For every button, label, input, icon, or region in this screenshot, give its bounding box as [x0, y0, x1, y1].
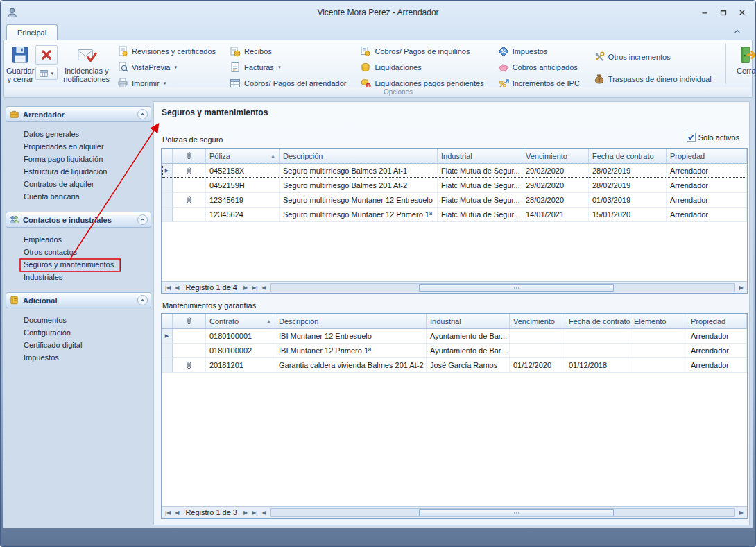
- sidebar-item-industriales[interactable]: Industriales: [6, 271, 151, 283]
- revisiones-y-certificados-button[interactable]: Revisiones y certificados: [115, 45, 218, 58]
- sidebar-item-certificado-digital[interactable]: Certificado digital: [6, 339, 151, 351]
- sidebar-item-seguros-y-mantenimientos[interactable]: Seguros y mantenimientos: [6, 258, 151, 271]
- grid-row[interactable]: 12345624Seguro multirriesgo Muntaner 12 …: [162, 208, 747, 222]
- nav-group-header-adicional[interactable]: Adicional: [6, 292, 151, 308]
- sidebar-item-contratos-de-alquiler[interactable]: Contratos de alquiler: [6, 178, 151, 190]
- liquidaciones-button[interactable]: Liquidaciones: [358, 61, 486, 74]
- cell-fecha-de-contrato[interactable]: 28/02/2019: [589, 164, 667, 178]
- scroll-right-button[interactable]: ▶: [737, 283, 746, 293]
- cell-propiedad[interactable]: Arrendador: [687, 329, 747, 343]
- first-record-button[interactable]: |◀: [163, 507, 173, 518]
- cell-propiedad[interactable]: Arrendador: [687, 344, 747, 357]
- attachment-column-header[interactable]: [173, 149, 206, 163]
- next-record-button[interactable]: ▶: [241, 283, 250, 293]
- guardar-y-cerrar-button[interactable]: Guardar y cerrar: [6, 42, 34, 87]
- column-header-poliza[interactable]: Póliza▲: [206, 149, 280, 163]
- impuestos-button[interactable]: Impuestos: [496, 45, 582, 58]
- sidebar-item-cuenta-bancaria[interactable]: Cuenta bancaria: [6, 190, 151, 203]
- scrollbar-thumb[interactable]: [419, 284, 614, 292]
- column-header-descripcion[interactable]: Descripción: [275, 314, 427, 328]
- grid-row[interactable]: ▶0180100001IBI Muntaner 12 EntresueloAyu…: [162, 329, 747, 344]
- cell-poliza[interactable]: 0452159H: [206, 178, 280, 192]
- cell-contrato[interactable]: 0180100002: [206, 344, 275, 357]
- traspasos-de-dinero-individual-button[interactable]: Traspasos de dinero individual: [592, 73, 714, 85]
- cell-propiedad[interactable]: Arrendador: [667, 178, 747, 192]
- cell-vencimiento[interactable]: 29/02/2020: [522, 164, 589, 178]
- otros-incrementos-button[interactable]: Otros incrementos: [592, 51, 714, 63]
- cell-elemento[interactable]: [630, 344, 687, 357]
- nav-group-header-arrendador[interactable]: Arrendador: [6, 106, 151, 122]
- incidencias-y-notificaciones-button[interactable]: Incidencias y notificaciones: [63, 42, 110, 87]
- ribbon-collapse-button[interactable]: [732, 26, 743, 36]
- cell-fecha-de-contrato[interactable]: 01/03/2019: [589, 193, 667, 207]
- delete-button[interactable]: [35, 45, 58, 65]
- cell-fecha-de-contrato[interactable]: [565, 329, 630, 343]
- cell-elemento[interactable]: [630, 329, 687, 343]
- cell-descripcion[interactable]: Seguro multirriesgo Muntaner 12 Primero …: [280, 208, 438, 221]
- sidebar-item-empleados[interactable]: Empleados: [6, 233, 151, 246]
- tab-principal[interactable]: Principal: [6, 24, 58, 40]
- last-record-button[interactable]: ▶|: [250, 283, 259, 293]
- previous-record-button[interactable]: ◀: [173, 283, 181, 293]
- column-header-vencimiento[interactable]: Vencimiento: [510, 314, 565, 328]
- column-header-propiedad[interactable]: Propiedad: [687, 314, 747, 328]
- grid-row[interactable]: ▶0452158XSeguro multirriesgo Balmes 201 …: [162, 164, 747, 178]
- cobros-anticipados-button[interactable]: Cobros anticipados: [496, 61, 582, 74]
- cell-industrial[interactable]: Fiatc Mutua de Segur...: [438, 193, 522, 207]
- nav-group-header-contactos-e-industriales[interactable]: Contactos e industriales: [6, 212, 151, 228]
- cell-vencimiento[interactable]: [510, 344, 565, 357]
- solo-activos-checkbox[interactable]: Solo activos: [687, 133, 739, 142]
- sidebar-item-impuestos[interactable]: Impuestos: [6, 351, 151, 364]
- cell-fecha-de-contrato[interactable]: 15/01/2020: [589, 208, 667, 221]
- cell-vencimiento[interactable]: 28/02/2020: [522, 193, 589, 207]
- vistaprevia-button[interactable]: VistaPrevia▼: [115, 61, 218, 74]
- cell-industrial[interactable]: Fiatc Mutua de Segur...: [438, 208, 522, 221]
- cell-propiedad[interactable]: Arrendador: [667, 208, 747, 221]
- sidebar-item-propiedades-en-alquiler[interactable]: Propiedades en alquiler: [6, 140, 151, 153]
- first-record-button[interactable]: |◀: [163, 283, 173, 293]
- sidebar-item-otros-contactos[interactable]: Otros contactos: [6, 246, 151, 258]
- cobros-pagos-de-inquilinos-button[interactable]: Cobros/ Pagos de inquilinos: [358, 45, 486, 58]
- cell-descripcion[interactable]: Seguro multirriesgo Balmes 201 At-1: [280, 164, 438, 178]
- scroll-right-button[interactable]: ▶: [737, 507, 746, 518]
- restore-button[interactable]: [716, 7, 731, 18]
- grid-row[interactable]: 0180100002IBI Muntaner 12 Primero 1ªAyun…: [162, 344, 747, 358]
- cell-descripcion[interactable]: Seguro multirriesgo Muntaner 12 Entresue…: [280, 193, 438, 207]
- column-header-industrial[interactable]: Industrial: [438, 149, 522, 163]
- close-window-button[interactable]: [734, 7, 750, 18]
- minimize-button[interactable]: [697, 7, 712, 18]
- cell-contrato[interactable]: 0180100001: [206, 329, 275, 343]
- recibos-button[interactable]: Recibos: [227, 45, 348, 58]
- column-header-contrato[interactable]: Contrato▲: [206, 314, 275, 328]
- sidebar-item-configuracion[interactable]: Configuración: [6, 326, 151, 339]
- cell-fecha-de-contrato[interactable]: [565, 344, 630, 357]
- cell-descripcion[interactable]: Seguro multirriesgo Balmes 201 At-2: [280, 178, 438, 192]
- column-header-elemento[interactable]: Elemento: [630, 314, 687, 328]
- cell-poliza[interactable]: 12345624: [206, 208, 280, 221]
- cell-propiedad[interactable]: Arrendador: [667, 164, 747, 178]
- cell-vencimiento[interactable]: [510, 329, 565, 343]
- cell-fecha-de-contrato[interactable]: 28/02/2019: [589, 178, 667, 192]
- horizontal-scrollbar[interactable]: [270, 283, 735, 292]
- column-header-fecha-de-contrato[interactable]: Fecha de contrato: [589, 149, 667, 163]
- cell-descripcion[interactable]: IBI Muntaner 12 Entresuelo: [275, 329, 427, 343]
- cell-industrial[interactable]: Ayuntamiento de Bar...: [427, 344, 510, 357]
- scrollbar-thumb[interactable]: [419, 509, 614, 516]
- cell-elemento[interactable]: [630, 358, 687, 372]
- column-header-descripcion[interactable]: Descripción: [280, 149, 438, 163]
- grid-row[interactable]: 20181201Garantia caldera vivienda Balmes…: [162, 358, 747, 373]
- column-header-fecha-de-contrato[interactable]: Fecha de contrato: [565, 314, 630, 328]
- scroll-left-button[interactable]: ◀: [259, 283, 268, 293]
- titlebar[interactable]: Vicente Mora Perez - Arrendador: [3, 3, 753, 22]
- sidebar-item-datos-generales[interactable]: Datos generales: [6, 128, 151, 140]
- next-record-button[interactable]: ▶: [241, 507, 250, 518]
- attachment-column-header[interactable]: [173, 314, 206, 328]
- grid-row[interactable]: 0452159HSeguro multirriesgo Balmes 201 A…: [162, 178, 747, 193]
- cell-poliza[interactable]: 0452158X: [206, 164, 280, 178]
- cell-industrial[interactable]: Ayuntamiento de Bar...: [427, 329, 510, 343]
- sidebar-item-forma-pago-liquidacion[interactable]: Forma pago liquidación: [6, 153, 151, 165]
- column-header-vencimiento[interactable]: Vencimiento: [522, 149, 589, 163]
- cell-industrial[interactable]: José García Ramos: [427, 358, 510, 372]
- grid-row[interactable]: 12345619Seguro multirriesgo Muntaner 12 …: [162, 193, 747, 208]
- delete-options-dropdown[interactable]: ▼: [35, 67, 58, 80]
